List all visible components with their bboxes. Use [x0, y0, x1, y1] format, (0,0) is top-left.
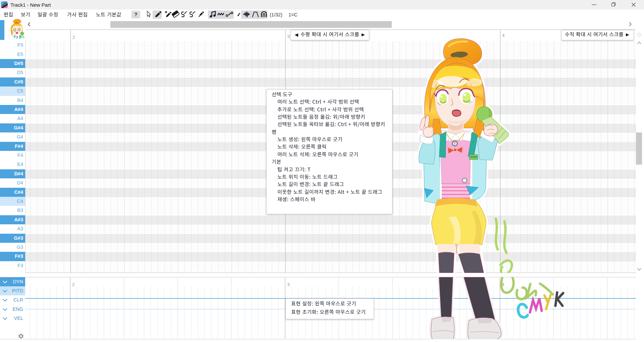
svg-text:2: 2 — [72, 35, 75, 40]
svg-text:3: 3 — [287, 34, 290, 39]
svg-text:2: 2 — [72, 282, 75, 287]
svg-text:3: 3 — [287, 282, 290, 287]
